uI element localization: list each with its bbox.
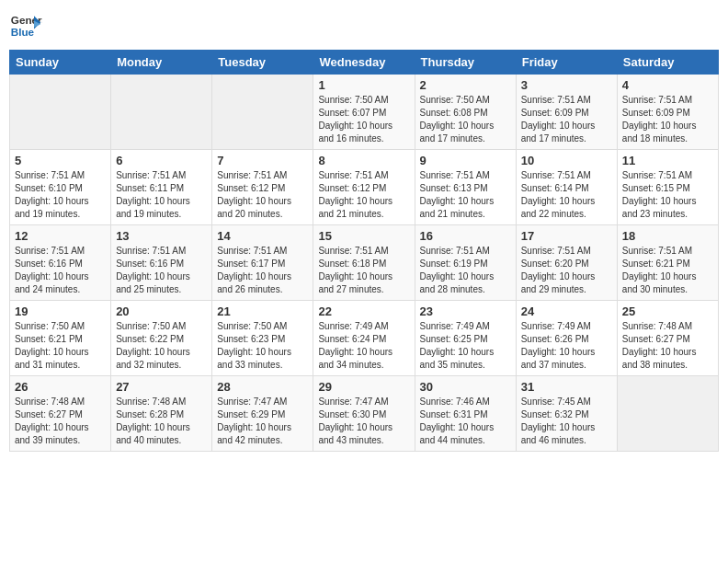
day-info: Sunrise: 7:49 AM Sunset: 6:26 PM Dayligh…: [521, 320, 612, 372]
day-cell: 19Sunrise: 7:50 AM Sunset: 6:21 PM Dayli…: [10, 301, 111, 376]
day-number: 13: [116, 229, 207, 243]
day-info: Sunrise: 7:47 AM Sunset: 6:30 PM Dayligh…: [318, 396, 409, 447]
day-cell: 8Sunrise: 7:51 AM Sunset: 6:12 PM Daylig…: [313, 150, 415, 225]
week-row-2: 5Sunrise: 7:51 AM Sunset: 6:10 PM Daylig…: [10, 150, 719, 225]
day-cell: 13Sunrise: 7:51 AM Sunset: 6:16 PM Dayli…: [111, 225, 212, 301]
day-cell: 15Sunrise: 7:51 AM Sunset: 6:18 PM Dayli…: [313, 225, 415, 301]
day-info: Sunrise: 7:48 AM Sunset: 6:28 PM Dayligh…: [116, 396, 207, 447]
day-cell: 1Sunrise: 7:50 AM Sunset: 6:07 PM Daylig…: [313, 75, 415, 150]
weekday-header-friday: Friday: [516, 51, 617, 75]
weekday-header-wednesday: Wednesday: [313, 51, 415, 75]
day-info: Sunrise: 7:51 AM Sunset: 6:13 PM Dayligh…: [420, 169, 511, 221]
day-cell: 5Sunrise: 7:51 AM Sunset: 6:10 PM Daylig…: [10, 150, 111, 225]
day-info: Sunrise: 7:51 AM Sunset: 6:09 PM Dayligh…: [622, 94, 713, 145]
day-cell: 3Sunrise: 7:51 AM Sunset: 6:09 PM Daylig…: [516, 75, 617, 150]
day-number: 10: [521, 154, 612, 167]
week-row-5: 26Sunrise: 7:48 AM Sunset: 6:27 PM Dayli…: [10, 376, 719, 452]
day-info: Sunrise: 7:45 AM Sunset: 6:32 PM Dayligh…: [521, 396, 612, 447]
day-cell: [617, 376, 718, 452]
day-cell: 30Sunrise: 7:46 AM Sunset: 6:31 PM Dayli…: [415, 376, 516, 452]
weekday-header-tuesday: Tuesday: [212, 51, 313, 75]
day-info: Sunrise: 7:51 AM Sunset: 6:10 PM Dayligh…: [15, 169, 106, 221]
day-number: 19: [15, 304, 106, 318]
day-number: 15: [318, 229, 409, 243]
day-number: 9: [420, 154, 511, 167]
day-number: 17: [521, 229, 612, 243]
day-number: 27: [116, 380, 207, 394]
day-info: Sunrise: 7:49 AM Sunset: 6:24 PM Dayligh…: [318, 320, 409, 372]
day-number: 14: [217, 229, 308, 243]
day-cell: 20Sunrise: 7:50 AM Sunset: 6:22 PM Dayli…: [111, 301, 212, 376]
day-cell: 9Sunrise: 7:51 AM Sunset: 6:13 PM Daylig…: [415, 150, 516, 225]
day-info: Sunrise: 7:51 AM Sunset: 6:21 PM Dayligh…: [622, 245, 713, 296]
day-number: 7: [217, 154, 308, 167]
day-info: Sunrise: 7:51 AM Sunset: 6:09 PM Dayligh…: [521, 94, 612, 145]
logo: General Blue: [9, 9, 42, 42]
weekday-header-saturday: Saturday: [617, 51, 718, 75]
day-info: Sunrise: 7:50 AM Sunset: 6:08 PM Dayligh…: [420, 94, 511, 145]
weekday-header-row: SundayMondayTuesdayWednesdayThursdayFrid…: [10, 51, 719, 75]
day-number: 18: [622, 229, 713, 243]
day-cell: 6Sunrise: 7:51 AM Sunset: 6:11 PM Daylig…: [111, 150, 212, 225]
day-number: 11: [622, 154, 713, 167]
day-cell: 7Sunrise: 7:51 AM Sunset: 6:12 PM Daylig…: [212, 150, 313, 225]
day-info: Sunrise: 7:51 AM Sunset: 6:12 PM Dayligh…: [318, 169, 409, 221]
day-info: Sunrise: 7:51 AM Sunset: 6:20 PM Dayligh…: [521, 245, 612, 296]
weekday-header-monday: Monday: [111, 51, 212, 75]
day-number: 29: [318, 380, 409, 394]
day-cell: [212, 75, 313, 150]
day-number: 12: [15, 229, 106, 243]
day-number: 30: [420, 380, 511, 394]
day-info: Sunrise: 7:51 AM Sunset: 6:16 PM Dayligh…: [116, 245, 207, 296]
day-cell: 23Sunrise: 7:49 AM Sunset: 6:25 PM Dayli…: [415, 301, 516, 376]
day-cell: 4Sunrise: 7:51 AM Sunset: 6:09 PM Daylig…: [617, 75, 718, 150]
weekday-header-sunday: Sunday: [10, 51, 111, 75]
day-number: 24: [521, 304, 612, 318]
svg-text:Blue: Blue: [11, 26, 35, 38]
week-row-1: 1Sunrise: 7:50 AM Sunset: 6:07 PM Daylig…: [10, 75, 719, 150]
week-row-3: 12Sunrise: 7:51 AM Sunset: 6:16 PM Dayli…: [10, 225, 719, 301]
day-cell: [10, 75, 111, 150]
day-number: 26: [15, 380, 106, 394]
week-row-4: 19Sunrise: 7:50 AM Sunset: 6:21 PM Dayli…: [10, 301, 719, 376]
day-cell: 17Sunrise: 7:51 AM Sunset: 6:20 PM Dayli…: [516, 225, 617, 301]
header: General Blue: [9, 9, 719, 42]
day-number: 28: [217, 380, 308, 394]
day-cell: 14Sunrise: 7:51 AM Sunset: 6:17 PM Dayli…: [212, 225, 313, 301]
day-info: Sunrise: 7:50 AM Sunset: 6:21 PM Dayligh…: [15, 320, 106, 372]
day-number: 5: [15, 154, 106, 167]
day-number: 8: [318, 154, 409, 167]
day-number: 4: [622, 78, 713, 92]
day-info: Sunrise: 7:50 AM Sunset: 6:22 PM Dayligh…: [116, 320, 207, 372]
day-number: 23: [420, 304, 511, 318]
day-cell: 22Sunrise: 7:49 AM Sunset: 6:24 PM Dayli…: [313, 301, 415, 376]
day-info: Sunrise: 7:51 AM Sunset: 6:11 PM Dayligh…: [116, 169, 207, 221]
day-number: 1: [318, 78, 409, 92]
day-cell: 21Sunrise: 7:50 AM Sunset: 6:23 PM Dayli…: [212, 301, 313, 376]
calendar: SundayMondayTuesdayWednesdayThursdayFrid…: [9, 50, 719, 452]
logo-icon: General Blue: [9, 9, 42, 42]
day-info: Sunrise: 7:49 AM Sunset: 6:25 PM Dayligh…: [420, 320, 511, 372]
day-info: Sunrise: 7:51 AM Sunset: 6:14 PM Dayligh…: [521, 169, 612, 221]
day-info: Sunrise: 7:51 AM Sunset: 6:16 PM Dayligh…: [15, 245, 106, 296]
day-cell: 16Sunrise: 7:51 AM Sunset: 6:19 PM Dayli…: [415, 225, 516, 301]
day-cell: 24Sunrise: 7:49 AM Sunset: 6:26 PM Dayli…: [516, 301, 617, 376]
day-info: Sunrise: 7:50 AM Sunset: 6:07 PM Dayligh…: [318, 94, 409, 145]
day-number: 20: [116, 304, 207, 318]
day-cell: 29Sunrise: 7:47 AM Sunset: 6:30 PM Dayli…: [313, 376, 415, 452]
day-number: 21: [217, 304, 308, 318]
day-number: 25: [622, 304, 713, 318]
weekday-header-thursday: Thursday: [415, 51, 516, 75]
day-number: 31: [521, 380, 612, 394]
day-info: Sunrise: 7:47 AM Sunset: 6:29 PM Dayligh…: [217, 396, 308, 447]
day-info: Sunrise: 7:51 AM Sunset: 6:12 PM Dayligh…: [217, 169, 308, 221]
day-number: 16: [420, 229, 511, 243]
day-info: Sunrise: 7:50 AM Sunset: 6:23 PM Dayligh…: [217, 320, 308, 372]
day-cell: 27Sunrise: 7:48 AM Sunset: 6:28 PM Dayli…: [111, 376, 212, 452]
day-info: Sunrise: 7:48 AM Sunset: 6:27 PM Dayligh…: [622, 320, 713, 372]
day-number: 3: [521, 78, 612, 92]
day-cell: 18Sunrise: 7:51 AM Sunset: 6:21 PM Dayli…: [617, 225, 718, 301]
day-info: Sunrise: 7:48 AM Sunset: 6:27 PM Dayligh…: [15, 396, 106, 447]
day-cell: 31Sunrise: 7:45 AM Sunset: 6:32 PM Dayli…: [516, 376, 617, 452]
day-info: Sunrise: 7:51 AM Sunset: 6:19 PM Dayligh…: [420, 245, 511, 296]
